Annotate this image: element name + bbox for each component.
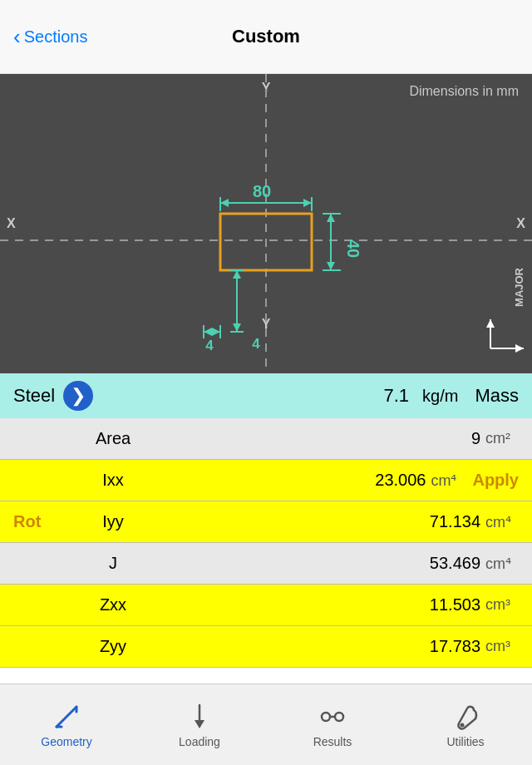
zxx-unit: cm³ bbox=[485, 596, 519, 614]
svg-marker-30 bbox=[486, 319, 495, 328]
major-label: MAJOR bbox=[513, 268, 525, 307]
area-label: Area bbox=[63, 429, 163, 448]
iyy-label: Iyy bbox=[63, 512, 163, 531]
j-row: J 53.469 cm⁴ bbox=[0, 543, 532, 585]
svg-marker-35 bbox=[195, 720, 204, 728]
zyy-value: 17.783 bbox=[414, 637, 480, 656]
iyy-row-left: Rot bbox=[13, 512, 63, 531]
svg-marker-25 bbox=[233, 323, 241, 332]
ixx-row: Ixx 23.006 cm⁴ Apply bbox=[0, 460, 532, 501]
steel-value: 7.1 bbox=[384, 385, 410, 407]
canvas-area: Dimensions in mm Y X X Y MAJOR 80 40 bbox=[0, 74, 532, 373]
zyy-row: Zyy 17.783 cm³ bbox=[0, 626, 532, 668]
svg-marker-18 bbox=[204, 328, 212, 336]
steel-arrow-icon: ❯ bbox=[71, 385, 86, 407]
dimensions-label: Dimensions in mm bbox=[409, 84, 519, 99]
zxx-row: Zxx 11.503 cm³ bbox=[0, 585, 532, 626]
axis-y-bottom-label: Y bbox=[262, 317, 271, 332]
nav-label-utilities: Utilities bbox=[446, 735, 484, 748]
results-icon bbox=[318, 702, 347, 732]
page-title: Custom bbox=[232, 26, 300, 47]
svg-text:40: 40 bbox=[344, 239, 362, 258]
area-value: 9 bbox=[414, 429, 480, 448]
nav-label-loading: Loading bbox=[179, 735, 220, 748]
iyy-row: Rot Iyy 71.134 cm⁴ bbox=[0, 501, 532, 543]
bottom-nav: Geometry Loading Results Utilities bbox=[0, 684, 532, 765]
svg-rect-2 bbox=[220, 214, 312, 270]
zxx-value: 11.503 bbox=[414, 595, 480, 614]
j-unit: cm⁴ bbox=[485, 555, 519, 573]
svg-marker-7 bbox=[303, 199, 312, 207]
back-label: Sections bbox=[24, 27, 88, 47]
loading-icon bbox=[185, 702, 214, 732]
ixx-label: Ixx bbox=[63, 471, 163, 490]
steel-label: Steel bbox=[13, 385, 55, 407]
axis-x-right-label: X bbox=[516, 216, 525, 231]
iyy-value: 71.134 bbox=[414, 512, 480, 531]
zyy-label: Zyy bbox=[63, 637, 163, 656]
apply-button[interactable]: Apply bbox=[472, 471, 519, 490]
back-button[interactable]: ‹ Sections bbox=[13, 24, 87, 50]
nav-item-results[interactable]: Results bbox=[266, 702, 399, 748]
svg-marker-24 bbox=[233, 270, 241, 279]
utilities-icon bbox=[451, 702, 480, 732]
steel-unit: kg/m bbox=[422, 387, 458, 406]
svg-text:4: 4 bbox=[205, 338, 214, 353]
nav-label-results: Results bbox=[313, 735, 352, 748]
nav-item-geometry[interactable]: Geometry bbox=[0, 702, 133, 748]
steel-row: Steel ❯ 7.1 kg/m Mass bbox=[0, 373, 532, 418]
nav-item-loading[interactable]: Loading bbox=[133, 702, 266, 748]
data-area: Steel ❯ 7.1 kg/m Mass Area 9 cm² Ixx 23.… bbox=[0, 373, 532, 668]
nav-item-utilities[interactable]: Utilities bbox=[399, 702, 532, 748]
nav-label-geometry: Geometry bbox=[41, 735, 91, 748]
back-chevron-icon: ‹ bbox=[13, 24, 21, 50]
ixx-unit: cm⁴ bbox=[431, 471, 464, 490]
j-label: J bbox=[63, 554, 163, 573]
svg-point-39 bbox=[461, 723, 465, 727]
svg-marker-19 bbox=[212, 328, 220, 336]
svg-text:80: 80 bbox=[253, 182, 271, 200]
header: ‹ Sections Custom bbox=[0, 0, 532, 74]
steel-arrow-button[interactable]: ❯ bbox=[63, 381, 93, 411]
svg-marker-28 bbox=[515, 344, 524, 353]
geometry-icon bbox=[52, 702, 81, 732]
svg-line-31 bbox=[57, 707, 76, 727]
j-value: 53.469 bbox=[414, 554, 480, 573]
steel-mass: Mass bbox=[475, 385, 519, 407]
zyy-unit: cm³ bbox=[485, 638, 519, 655]
svg-marker-6 bbox=[220, 199, 229, 207]
area-row: Area 9 cm² bbox=[0, 418, 532, 460]
iyy-unit: cm⁴ bbox=[485, 513, 519, 531]
svg-point-37 bbox=[335, 713, 343, 721]
svg-point-36 bbox=[322, 713, 330, 721]
svg-marker-13 bbox=[327, 262, 335, 270]
ixx-value: 23.006 bbox=[359, 471, 426, 490]
axis-y-top-label: Y bbox=[262, 81, 271, 96]
svg-text:4: 4 bbox=[252, 336, 260, 352]
zxx-label: Zxx bbox=[63, 595, 163, 614]
area-unit: cm² bbox=[485, 430, 519, 447]
svg-marker-12 bbox=[327, 214, 335, 222]
axis-x-left-label: X bbox=[7, 216, 16, 231]
